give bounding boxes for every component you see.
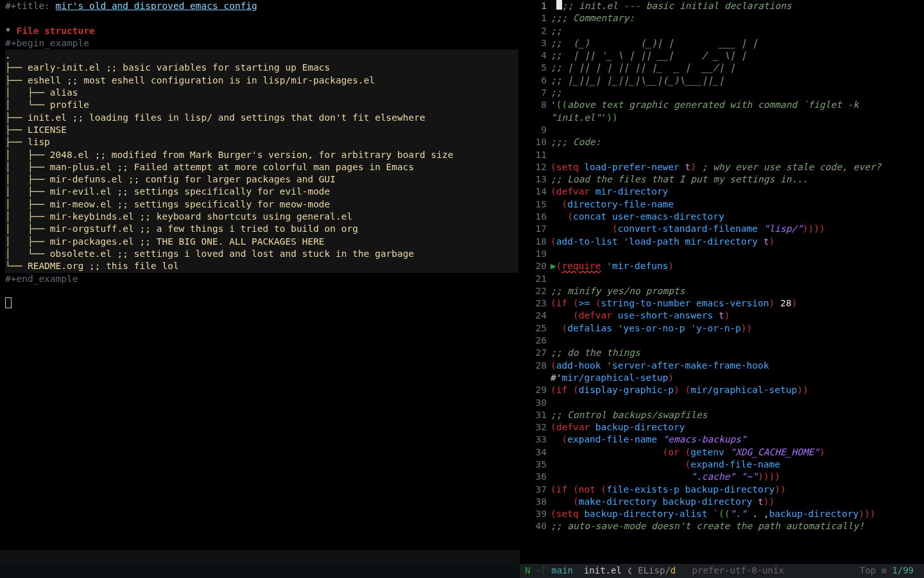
right-buffer-init-el[interactable]: 1 1 2 3 4 5 6 7 8 9 10 11 12 13 14 15 16… — [525, 0, 924, 536]
line-number-gutter: 1 1 2 3 4 5 6 7 8 9 10 11 12 13 14 15 16… — [525, 0, 551, 536]
org-heading-text: File structure — [16, 26, 94, 36]
editor-split: #+title: mir's old and disproved emacs c… — [0, 0, 924, 536]
buffer-position: Top ≡ 1/99 — [860, 565, 924, 577]
left-buffer-readme[interactable]: #+title: mir's old and disproved emacs c… — [0, 0, 525, 536]
modeline: N -ᚴ main init.el ❮ ELisp/d prefer-utf-8… — [0, 564, 924, 578]
org-title-keyword: #+title: — [5, 1, 56, 11]
example-block: . ├── early-init.el ;; basic variables f… — [5, 49, 518, 272]
left-cursor — [5, 297, 12, 308]
buffer-encoding[interactable]: prefer-utf-8-unix — [692, 565, 784, 577]
org-begin-example: #+begin_example — [5, 38, 89, 48]
org-end-example: #+end_example — [5, 274, 78, 284]
mode-bracket: ❮ — [627, 565, 632, 577]
evil-state-indicator: N — [520, 565, 535, 577]
org-heading-star: * — [5, 26, 16, 36]
major-mode[interactable]: ELisp — [638, 565, 665, 577]
minor-mode-flags[interactable]: d — [671, 565, 676, 577]
left-modeline-inactive — [0, 550, 520, 564]
right-cursor — [556, 0, 562, 10]
org-title-text: mir's old and disproved emacs config — [56, 1, 257, 11]
vcs-branch-icon: -ᚴ — [535, 565, 545, 577]
buffer-name[interactable]: init.el — [584, 565, 622, 577]
vcs-branch[interactable]: main — [546, 565, 573, 577]
code-area[interactable]: ;; init.el --- basic initial declaration… — [551, 0, 924, 536]
